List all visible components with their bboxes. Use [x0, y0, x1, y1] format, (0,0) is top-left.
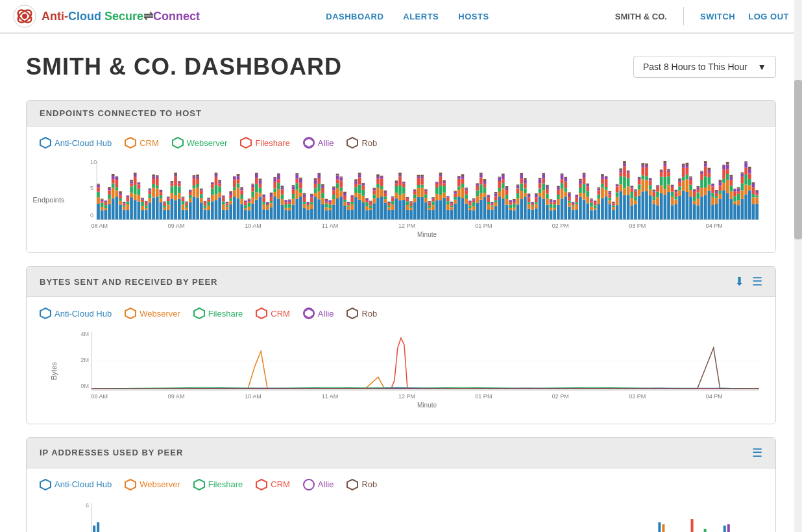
svg-rect-1071 [741, 173, 744, 174]
svg-rect-1038 [722, 179, 725, 183]
svg-rect-1060 [737, 205, 740, 219]
svg-rect-541 [417, 178, 420, 185]
svg-rect-702 [516, 193, 520, 199]
svg-rect-780 [564, 188, 567, 191]
svg-rect-714 [524, 188, 527, 193]
svg-rect-762 [553, 204, 556, 208]
webserver-icon [172, 137, 184, 149]
svg-rect-741 [539, 178, 542, 179]
svg-rect-481 [380, 178, 383, 186]
legend-item-webserver[interactable]: Webserver [172, 137, 228, 149]
nav-hosts[interactable]: HOSTS [458, 12, 489, 21]
svg-rect-1079 [748, 186, 751, 191]
svg-rect-564 [431, 201, 435, 205]
svg-rect-801 [575, 195, 578, 195]
bytes-legend-allie[interactable]: Allie [303, 308, 334, 319]
svg-rect-332 [288, 200, 291, 202]
svg-rect-106 [152, 197, 155, 219]
legend-item-rob[interactable]: Rob [346, 137, 377, 149]
bytes-legend-fileshare[interactable]: Fileshare [193, 308, 243, 319]
svg-rect-79 [134, 177, 137, 185]
svg-marker-1131 [194, 479, 204, 490]
svg-rect-149 [178, 193, 181, 199]
ip-legend-crm[interactable]: CRM [256, 479, 290, 490]
svg-rect-1002 [700, 180, 703, 187]
time-filter-dropdown[interactable]: Past 8 Hours to This Hour ▼ [633, 56, 776, 78]
svg-rect-538 [417, 197, 420, 220]
svg-rect-726 [531, 205, 534, 206]
svg-rect-1089 [752, 182, 755, 184]
nav-dashboard[interactable]: DASHBOARD [326, 12, 383, 21]
scrollbar-track[interactable] [794, 0, 802, 532]
svg-rect-632 [472, 199, 476, 200]
ip-legend-anticloud-hub[interactable]: Anti-Cloud Hub [40, 479, 112, 490]
svg-rect-889 [630, 189, 633, 192]
bytes-legend-webserver[interactable]: Webserver [125, 308, 180, 319]
svg-rect-327 [284, 200, 287, 200]
svg-rect-265 [248, 201, 251, 203]
svg-rect-351 [299, 178, 302, 179]
ip-legend-fileshare[interactable]: Fileshare [193, 479, 243, 490]
svg-rect-240 [233, 187, 236, 191]
svg-rect-700 [516, 204, 520, 219]
svg-rect-384 [321, 193, 324, 198]
scrollbar-thumb[interactable] [794, 80, 802, 239]
svg-rect-689 [509, 208, 512, 210]
svg-rect-927 [652, 189, 655, 191]
bytes-legend-rob[interactable]: Rob [346, 308, 377, 319]
ip-legend-webserver[interactable]: Webserver [125, 479, 180, 490]
svg-rect-879 [623, 161, 626, 163]
svg-rect-423 [343, 192, 346, 193]
svg-rect-309 [273, 177, 276, 178]
svg-rect-649 [483, 184, 487, 187]
ip-legend-rob[interactable]: Rob [346, 479, 377, 490]
svg-rect-277 [255, 178, 258, 184]
legend-item-allie[interactable]: Allie [303, 137, 334, 149]
svg-rect-1052 [730, 176, 733, 180]
svg-rect-367 [310, 197, 313, 202]
ip-legend-allie[interactable]: Allie [303, 479, 334, 490]
svg-rect-502 [395, 198, 398, 219]
list-icon[interactable]: ☰ [752, 274, 762, 289]
nav-logout[interactable]: LOG OUT [748, 12, 789, 21]
legend-item-fileshare[interactable]: Fileshare [240, 137, 289, 149]
bytes-legend-anticloud-hub[interactable]: Anti-Cloud Hub [40, 308, 112, 319]
svg-rect-972 [682, 177, 685, 181]
ip-list-icon[interactable]: ☰ [752, 446, 762, 460]
svg-rect-449 [361, 196, 365, 202]
svg-rect-1005 [700, 171, 703, 172]
legend-item-crm[interactable]: CRM [125, 137, 159, 149]
svg-rect-753 [546, 185, 549, 186]
svg-text:02 PM: 02 PM [552, 394, 569, 400]
svg-rect-1061 [737, 200, 740, 205]
svg-rect-795 [572, 202, 575, 202]
nav-switch[interactable]: SWITCH [700, 12, 735, 21]
svg-rect-378 [317, 184, 321, 191]
svg-rect-913 [645, 167, 648, 176]
svg-rect-749 [546, 199, 549, 204]
svg-rect-867 [616, 184, 619, 185]
svg-text:10 AM: 10 AM [245, 394, 261, 400]
svg-rect-36 [108, 195, 111, 199]
svg-rect-362 [306, 202, 310, 204]
download-icon[interactable]: ⬇ [735, 274, 744, 289]
svg-rect-112 [156, 197, 159, 219]
svg-rect-863 [616, 197, 619, 206]
svg-rect-109 [152, 178, 155, 184]
svg-rect-735 [535, 193, 538, 195]
bytes-legend-crm[interactable]: CRM [256, 308, 290, 319]
nav-alerts[interactable]: ALERTS [403, 12, 439, 21]
svg-rect-946 [667, 192, 670, 219]
svg-rect-254 [240, 188, 243, 190]
svg-rect-642 [480, 184, 483, 193]
svg-rect-311 [277, 189, 280, 199]
svg-rect-430 [350, 210, 354, 219]
svg-rect-1139 [97, 522, 99, 532]
svg-rect-654 [487, 202, 490, 204]
legend-item-anticloud-hub[interactable]: Anti-Cloud Hub [40, 137, 112, 149]
svg-rect-676 [502, 199, 505, 219]
svg-rect-836 [597, 188, 600, 190]
svg-rect-1065 [737, 187, 740, 188]
svg-rect-29 [104, 208, 108, 210]
svg-rect-706 [520, 199, 523, 219]
